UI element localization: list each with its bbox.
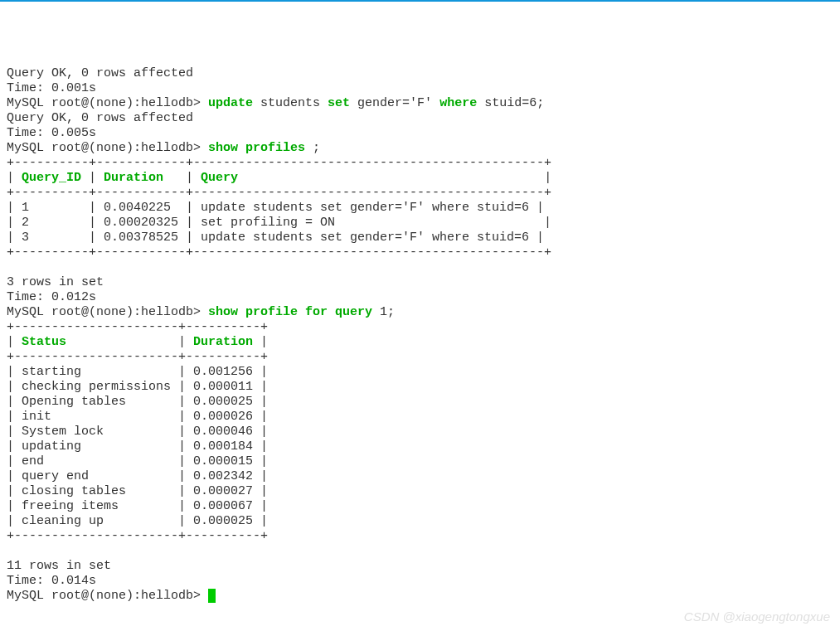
time-2: Time: 0.005s	[7, 126, 96, 140]
profile-row-1: | starting | 0.001256 |	[7, 365, 268, 379]
profiles-header-p1: |	[7, 171, 22, 185]
profile-row-5: | System lock | 0.000046 |	[7, 425, 268, 439]
cmd1-text2: gender='F'	[350, 96, 439, 110]
keyword-update: update	[208, 96, 253, 110]
keyword-profile-for-query: profile for query	[238, 305, 380, 319]
profiles-border-mid: +----------+------------+---------------…	[7, 186, 551, 200]
profiles-row-3: | 3 | 0.00378525 | update students set g…	[7, 231, 544, 245]
cursor-icon[interactable]	[208, 589, 216, 603]
time-3: Time: 0.012s	[7, 290, 96, 304]
profile-row-4: | init | 0.000026 |	[7, 410, 268, 424]
profile-header-p1: |	[7, 335, 22, 349]
time-1: Time: 0.001s	[7, 81, 96, 95]
profile-row-10: | freeing items | 0.000067 |	[7, 499, 268, 513]
keyword-show: show	[208, 141, 238, 155]
profiles-header-queryid: Query_ID	[22, 171, 81, 185]
profiles-header-p2: |	[81, 171, 104, 185]
watermark: CSDN @xiaogengtongxue	[684, 609, 830, 624]
keyword-where: where	[439, 96, 477, 110]
profile-row-9: | closing tables | 0.000027 |	[7, 484, 268, 498]
profile-header-p3: |	[253, 335, 268, 349]
profile-summary: 11 rows in set	[7, 559, 111, 573]
profiles-row-1: | 1 | 0.0040225 | update students set ge…	[7, 201, 544, 215]
profile-row-7: | end | 0.000015 |	[7, 454, 268, 468]
keyword-set: set	[328, 96, 350, 110]
profile-header-p2: |	[66, 335, 193, 349]
profile-row-11: | cleaning up | 0.000025 |	[7, 514, 268, 528]
keyword-show-2: show	[208, 305, 238, 319]
time-4: Time: 0.014s	[7, 574, 96, 588]
profiles-header-duration: Duration	[104, 171, 163, 185]
profile-row-8: | query end | 0.002342 |	[7, 469, 268, 483]
cmd1-text3: stuid=6;	[477, 96, 544, 110]
prompt-3: MySQL root@(none):hellodb>	[7, 305, 208, 319]
profiles-summary: 3 rows in set	[7, 275, 104, 289]
profile-border-bot: +----------------------+----------+	[7, 529, 268, 543]
query-result-1: Query OK, 0 rows affected	[7, 66, 193, 80]
prompt-4[interactable]: MySQL root@(none):hellodb>	[7, 589, 208, 603]
cmd2-semicolon: ;	[313, 141, 320, 155]
profiles-border-bot: +----------+------------+---------------…	[7, 245, 551, 260]
cmd3-arg: 1;	[380, 305, 395, 319]
profiles-border-top: +----------+------------+---------------…	[7, 156, 551, 170]
profiles-header-p3: |	[163, 171, 201, 185]
query-result-2: Query OK, 0 rows affected	[7, 111, 193, 125]
cmd1-text1: students	[253, 96, 328, 110]
profile-row-3: | Opening tables | 0.000025 |	[7, 395, 268, 409]
profile-border-top: +----------------------+----------+	[7, 320, 268, 334]
profiles-header-query: Query	[201, 171, 238, 185]
profile-border-mid: +----------------------+----------+	[7, 350, 268, 364]
profile-header-status: Status	[22, 335, 66, 349]
keyword-profiles: profiles	[238, 141, 313, 155]
profiles-row-2: | 2 | 0.00020325 | set profiling = ON |	[7, 216, 551, 230]
profile-row-6: | updating | 0.000184 |	[7, 439, 268, 454]
profile-row-2: | checking permissions | 0.000011 |	[7, 380, 268, 394]
prompt-2: MySQL root@(none):hellodb>	[7, 141, 208, 155]
profile-header-duration: Duration	[193, 335, 253, 349]
prompt-1: MySQL root@(none):hellodb>	[7, 96, 208, 110]
profiles-header-p4: |	[238, 171, 551, 185]
